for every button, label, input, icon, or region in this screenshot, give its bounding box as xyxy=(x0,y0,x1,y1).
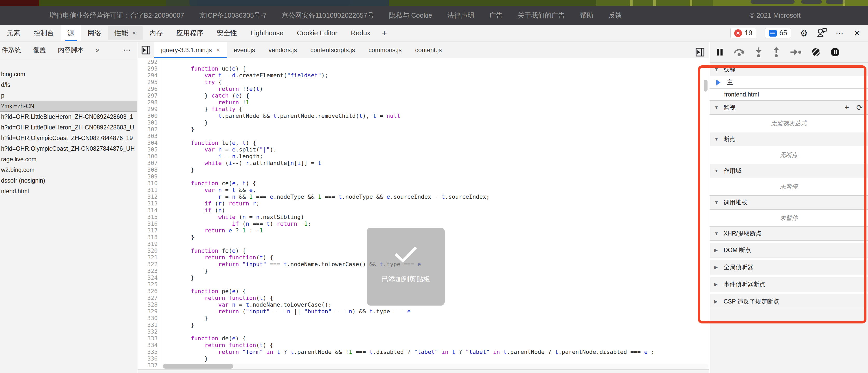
devtools-tab-安全性[interactable]: 安全性 xyxy=(210,25,244,41)
add-watch-icon[interactable]: + xyxy=(844,103,849,112)
footer-link[interactable]: 帮助 xyxy=(580,11,593,20)
line-number[interactable]: 319 xyxy=(138,241,161,248)
line-number[interactable]: 302 xyxy=(138,126,161,133)
file-tree-item[interactable]: h?id=OHR.LittleBlueHeron_ZH-CN0892428603… xyxy=(0,122,137,133)
footer-link[interactable]: 京公网安备11010802022657号 xyxy=(282,11,374,20)
editor-tab-vendors.js[interactable]: vendors.js xyxy=(262,42,304,58)
line-number[interactable]: 307 xyxy=(138,160,161,167)
section-header-调用堆栈[interactable]: ▼调用堆栈 xyxy=(710,196,868,209)
section-header-作用域[interactable]: ▼作用域 xyxy=(710,164,868,178)
file-tree-item[interactable]: rage.live.com xyxy=(0,154,137,165)
file-tree-item[interactable]: d/ls xyxy=(0,80,137,90)
close-file-icon[interactable]: × xyxy=(216,47,220,54)
line-number[interactable]: 320 xyxy=(138,248,161,254)
line-number[interactable]: 332 xyxy=(138,328,161,335)
line-number[interactable]: 292 xyxy=(138,59,161,65)
pause-script-icon[interactable] xyxy=(716,48,723,56)
line-number[interactable]: 317 xyxy=(138,227,161,234)
line-number[interactable]: 328 xyxy=(138,302,161,308)
line-number[interactable]: 312 xyxy=(138,194,161,200)
line-number[interactable]: 297 xyxy=(138,92,161,99)
line-number[interactable]: 316 xyxy=(138,221,161,227)
triangle-collapsed-icon[interactable]: ▶ xyxy=(714,265,720,270)
devtools-tab-源[interactable]: 源 xyxy=(61,25,81,41)
triangle-collapsed-icon[interactable]: ▶ xyxy=(714,282,720,287)
line-number[interactable]: 295 xyxy=(138,79,161,86)
line-number[interactable]: 325 xyxy=(138,281,161,288)
footer-link[interactable]: 隐私与 Cookie xyxy=(389,11,432,20)
editor-tab-jquery-3.3.1.min.js[interactable]: jquery-3.3.1.min.js× xyxy=(154,42,227,58)
section-header-全局侦听器[interactable]: ▶全局侦听器 xyxy=(710,260,868,275)
line-number[interactable]: 308 xyxy=(138,167,161,173)
line-number[interactable]: 298 xyxy=(138,99,161,106)
editor-tab-content.js[interactable]: content.js xyxy=(408,42,448,58)
section-header-断点[interactable]: ▼断点 xyxy=(710,132,868,146)
section-header-事件侦听器断点[interactable]: ▶事件侦听器断点 xyxy=(710,277,868,292)
editor-horizontal-scrollbar[interactable] xyxy=(162,364,709,369)
footer-link[interactable]: 增值电信业务经营许可证：合字B2-20090007 xyxy=(49,11,184,20)
line-number[interactable]: 301 xyxy=(138,119,161,126)
line-number[interactable]: 309 xyxy=(138,173,161,180)
step-out-icon[interactable] xyxy=(772,47,780,57)
line-number[interactable]: 296 xyxy=(138,86,161,92)
navigator-menu-dots-icon[interactable]: ⋯ xyxy=(123,46,131,54)
line-number[interactable]: 326 xyxy=(138,288,161,295)
close-devtools-icon[interactable]: ✕ xyxy=(854,28,861,38)
thread-item[interactable]: 主 xyxy=(710,76,868,89)
console-message-badge[interactable]: 65 xyxy=(765,28,791,38)
editor-tab-event.js[interactable]: event.js xyxy=(227,42,262,58)
file-tree-item[interactable]: p xyxy=(0,90,137,101)
triangle-expanded-icon[interactable]: ▼ xyxy=(714,200,720,205)
section-header-DOM 断点[interactable]: ▶DOM 断点 xyxy=(710,243,868,258)
devtools-tab-内存[interactable]: 内存 xyxy=(143,25,169,41)
line-number[interactable]: 310 xyxy=(138,180,161,187)
triangle-expanded-icon[interactable]: ▼ xyxy=(714,105,720,110)
step-into-icon[interactable] xyxy=(755,47,763,57)
file-tree-item[interactable]: w2.bing.com xyxy=(0,165,137,175)
file-tree-item[interactable]: ?mkt=zh-CN xyxy=(0,101,137,112)
file-tree-item[interactable]: bing.com xyxy=(0,69,137,80)
devtools-tab-应用程序[interactable]: 应用程序 xyxy=(169,25,210,41)
file-tree-item[interactable]: ntend.html xyxy=(0,186,137,197)
navigator-tab-filesystem[interactable]: 件系统 xyxy=(2,46,21,54)
devtools-tab-性能[interactable]: 性能× xyxy=(108,26,143,40)
hide-navigator-toggle[interactable] xyxy=(138,42,154,58)
section-header-CSP 违反了规定断点[interactable]: ▶CSP 违反了规定断点 xyxy=(710,294,868,309)
file-tree-item[interactable]: dssofr (nosignin) xyxy=(0,175,137,186)
file-tree-item[interactable]: h?id=OHR.LittleBlueHeron_ZH-CN0892428603… xyxy=(0,112,137,122)
settings-gear-icon[interactable]: ⚙ xyxy=(800,28,808,38)
file-tree-item[interactable]: h?id=OHR.OlympicCoast_ZH-CN0827844876_UH xyxy=(0,143,137,154)
devtools-tab-Lighthouse[interactable]: Lighthouse xyxy=(244,25,290,41)
line-number[interactable]: 331 xyxy=(138,322,161,328)
devtools-tab-Cookie Editor[interactable]: Cookie Editor xyxy=(290,25,344,41)
line-number[interactable]: 337 xyxy=(138,362,161,369)
editor-vertical-scrollbar[interactable] xyxy=(704,80,708,92)
close-tab-icon[interactable]: × xyxy=(132,30,136,37)
code-editor[interactable]: 292293 function ue(e) {294 var t = d.cre… xyxy=(138,59,709,373)
line-number[interactable]: 321 xyxy=(138,254,161,261)
editor-tab-contentscripts.js[interactable]: contentscripts.js xyxy=(304,42,362,58)
toggle-debugger-sidebar-icon[interactable] xyxy=(695,48,704,57)
line-number[interactable]: 327 xyxy=(138,295,161,302)
line-number[interactable]: 304 xyxy=(138,140,161,146)
devtools-tab-元素[interactable]: 元素 xyxy=(0,25,27,41)
footer-link[interactable]: 关于我们的广告 xyxy=(518,11,565,20)
triangle-expanded-icon[interactable]: ▼ xyxy=(714,231,720,236)
step-over-icon[interactable] xyxy=(734,48,745,57)
line-number[interactable]: 336 xyxy=(138,355,161,362)
line-number[interactable]: 318 xyxy=(138,234,161,241)
line-number[interactable]: 293 xyxy=(138,65,161,72)
pause-on-exceptions-icon[interactable] xyxy=(830,48,840,57)
devtools-tab-网络[interactable]: 网络 xyxy=(81,25,108,41)
refresh-watch-icon[interactable]: ⟳ xyxy=(856,103,863,112)
line-number[interactable]: 322 xyxy=(138,261,161,268)
line-number[interactable]: 294 xyxy=(138,72,161,79)
line-number[interactable]: 306 xyxy=(138,153,161,160)
footer-link[interactable]: 京ICP备10036305号-7 xyxy=(199,11,267,20)
devtools-tab-控制台[interactable]: 控制台 xyxy=(27,25,61,41)
file-tree-item[interactable]: h?id=OHR.OlympicCoast_ZH-CN0827844876_19 xyxy=(0,133,137,143)
navigator-tab-contentscripts[interactable]: 内容脚本 xyxy=(58,46,84,54)
scrollbar-thumb[interactable] xyxy=(163,364,233,369)
section-header-线程[interactable]: ▼线程 xyxy=(710,63,868,76)
line-number[interactable]: 334 xyxy=(138,342,161,349)
